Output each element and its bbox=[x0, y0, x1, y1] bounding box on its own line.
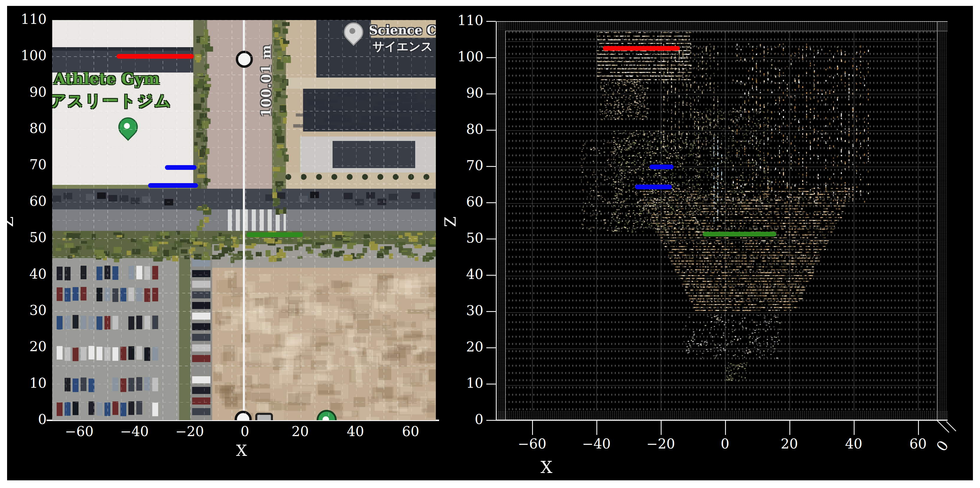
tick-label: 0 bbox=[721, 437, 729, 450]
tick-label: −60 bbox=[65, 425, 94, 438]
tick-label: 100 bbox=[2, 49, 47, 62]
tick-label: 10 bbox=[2, 376, 47, 390]
x-tick-mark bbox=[725, 420, 726, 435]
tick-label: 0 bbox=[439, 412, 484, 426]
z-tick-mark bbox=[486, 93, 496, 94]
tick-label: 20 bbox=[781, 437, 798, 450]
green-segment bbox=[247, 232, 303, 237]
tick-label: 40 bbox=[439, 268, 484, 281]
figure: Z X 0102030405060708090100110 −60−40−200… bbox=[0, 0, 980, 488]
blue-segment-upper bbox=[165, 165, 197, 170]
cloud-segments-layer bbox=[496, 13, 948, 420]
tick-label: 20 bbox=[291, 425, 309, 438]
tick-label: 20 bbox=[2, 340, 47, 353]
tick-label: 40 bbox=[2, 267, 47, 281]
x-tick-mark bbox=[597, 420, 597, 435]
right-x-axis-label: X bbox=[541, 458, 552, 477]
x-tick-mark bbox=[532, 420, 533, 435]
z-tick-mark bbox=[486, 57, 496, 58]
z-tick-mark bbox=[486, 347, 496, 348]
tick-label: 80 bbox=[2, 122, 47, 135]
blue-segment-lower bbox=[635, 185, 672, 189]
green-segment bbox=[703, 232, 777, 236]
tick-label: 50 bbox=[2, 231, 47, 244]
blue-segment-upper bbox=[649, 165, 674, 169]
gym-map-pin-dot bbox=[124, 123, 130, 129]
z-tick-mark bbox=[486, 383, 496, 385]
blue-segment-lower bbox=[148, 183, 198, 188]
transit-circle-top[interactable] bbox=[236, 51, 253, 68]
tick-label: 90 bbox=[2, 85, 47, 99]
tick-label: 60 bbox=[910, 437, 927, 450]
tick-label: 60 bbox=[439, 195, 484, 209]
gym-label-en: Athlete Gym bbox=[54, 70, 160, 87]
tick-label: 60 bbox=[2, 194, 47, 208]
z-tick-mark bbox=[486, 166, 496, 167]
science-label-jp: サイエンス bbox=[372, 38, 433, 55]
z-tick-mark bbox=[486, 275, 496, 276]
tick-label: 0 bbox=[2, 412, 47, 426]
x-tick-mark bbox=[789, 420, 790, 435]
x-tick-mark bbox=[854, 420, 854, 435]
tick-label: 70 bbox=[439, 158, 484, 172]
aerial-map-plot: Athlete Gym アスリートジム Science C サイエンス 100.… bbox=[52, 20, 436, 420]
station-square-marker[interactable] bbox=[255, 413, 273, 420]
tick-label: 70 bbox=[2, 158, 47, 171]
pointcloud-plot bbox=[496, 13, 948, 420]
gym-label-jp: アスリートジム bbox=[52, 90, 172, 112]
science-map-pin-dot bbox=[349, 28, 355, 34]
z-tick-mark bbox=[486, 21, 496, 22]
right-z-axis-label: Z bbox=[441, 216, 459, 227]
distance-label: 100.01 m bbox=[259, 43, 274, 119]
map-measure-line bbox=[243, 20, 245, 420]
left-x-axis-label: X bbox=[236, 442, 247, 459]
tick-label: −40 bbox=[120, 425, 149, 438]
z-tick-mark bbox=[486, 130, 496, 131]
tick-label: −20 bbox=[646, 437, 675, 450]
tick-label: 30 bbox=[2, 303, 47, 317]
tick-label: 40 bbox=[845, 437, 862, 450]
tick-label: −40 bbox=[582, 437, 611, 450]
tick-label: 60 bbox=[402, 425, 419, 438]
tick-label: 110 bbox=[2, 13, 47, 26]
tick-label: 110 bbox=[439, 14, 484, 27]
z-tick-mark bbox=[486, 202, 496, 203]
tick-label: 20 bbox=[439, 340, 484, 353]
tick-label: −20 bbox=[175, 425, 204, 438]
tick-label: −60 bbox=[518, 437, 546, 450]
tick-label: 10 bbox=[439, 376, 484, 390]
science-label-en: Science C bbox=[369, 23, 436, 38]
z-tick-mark bbox=[486, 311, 496, 312]
tick-label: 50 bbox=[439, 231, 484, 245]
z-tick-mark bbox=[486, 420, 496, 421]
x-tick-mark bbox=[661, 420, 662, 435]
z-tick-mark bbox=[486, 239, 496, 239]
left-z-axis-label: Z bbox=[0, 216, 16, 227]
tick-label: 40 bbox=[347, 425, 364, 438]
tick-label: 100 bbox=[439, 50, 484, 63]
red-segment bbox=[603, 46, 680, 51]
tick-label: 80 bbox=[439, 122, 484, 136]
tick-label: 90 bbox=[439, 86, 484, 100]
red-segment bbox=[116, 54, 194, 59]
tick-label: 0 bbox=[240, 425, 249, 438]
x-tick-mark bbox=[918, 420, 919, 435]
tick-label: 30 bbox=[439, 304, 484, 317]
